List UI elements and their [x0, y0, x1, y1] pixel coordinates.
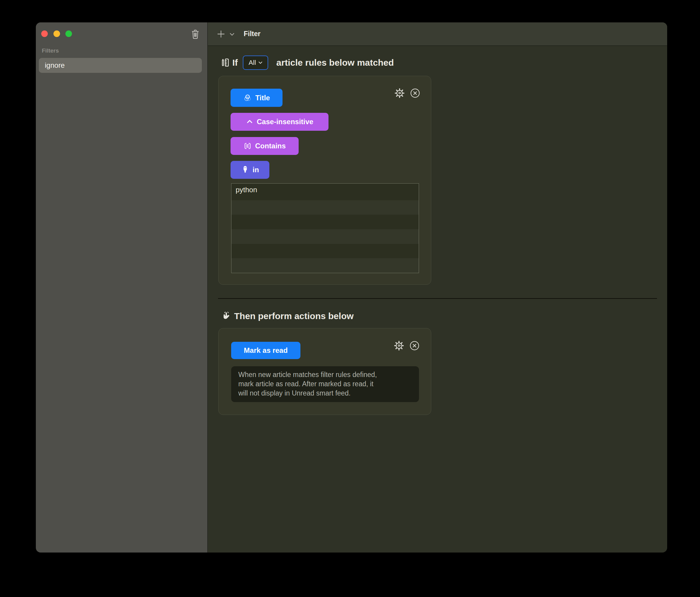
remove-rule-button[interactable] [410, 88, 421, 99]
keyword-row-empty [231, 229, 419, 244]
hand-point-down-icon [241, 166, 249, 174]
add-rule-button[interactable] [216, 29, 226, 39]
field-title-button[interactable]: Title [230, 89, 282, 107]
match-mode-select[interactable]: All [243, 55, 268, 70]
gear-icon [394, 88, 405, 99]
action-description: When new article matches filter rules de… [231, 366, 419, 402]
chevron-down-icon [258, 61, 262, 64]
in-button[interactable]: in [230, 161, 269, 179]
in-label: in [253, 166, 259, 174]
pencil-ruler-icon [220, 57, 230, 68]
filter-editor-pane: Filter If All article [208, 22, 667, 552]
mark-as-read-button[interactable]: Mark as read [231, 342, 300, 359]
contains-label: Contains [255, 142, 286, 150]
trash-icon [190, 28, 201, 40]
gear-icon [394, 340, 404, 351]
add-menu-chevron-down-icon[interactable] [229, 32, 235, 36]
zoom-window-button[interactable] [66, 30, 72, 37]
sidebar-item-ignore[interactable]: ignore [39, 58, 202, 73]
close-window-button[interactable] [41, 30, 48, 37]
minimize-window-button[interactable] [53, 30, 60, 37]
app-window: Filters ignore Filter [36, 22, 667, 552]
section-divider [218, 298, 657, 299]
rule-settings-button[interactable] [394, 88, 405, 99]
keyword-row-empty [231, 200, 419, 215]
pane-title: Filter [244, 22, 260, 45]
plus-icon [216, 29, 226, 39]
venn-circles-icon [243, 94, 252, 102]
action-settings-button[interactable] [394, 340, 404, 351]
case-insensitive-label: Case-insensitive [257, 118, 313, 126]
chevron-up-icon [246, 118, 253, 126]
action-description-line: When new article matches filter rules de… [238, 370, 412, 380]
close-circle-icon [409, 340, 420, 351]
close-circle-icon [410, 88, 421, 99]
case-insensitive-button[interactable]: Case-insensitive [230, 113, 328, 131]
keyword-row-empty [231, 244, 419, 259]
remove-action-button[interactable] [409, 340, 420, 351]
action-description-line: mark article as read. After marked as re… [238, 380, 412, 389]
keyword-row-empty [231, 215, 419, 229]
action-card: Mark as read [218, 328, 431, 415]
delete-filter-button[interactable] [190, 28, 201, 40]
toolbar: Filter [208, 22, 667, 46]
contains-button[interactable]: Contains [230, 137, 299, 155]
sidebar-item-label: ignore [45, 61, 65, 70]
actions-section-header: Then perform actions below [221, 309, 354, 323]
sidebar-section-label: Filters [42, 48, 59, 54]
rules-section-header: If All article rules below matched [220, 55, 394, 70]
mark-as-read-label: Mark as read [244, 346, 288, 355]
keyword-value: python [231, 184, 419, 200]
keyword-row-empty [231, 258, 419, 273]
rule-card: Title [218, 76, 431, 285]
text-scan-icon [243, 142, 252, 150]
field-title-label: Title [255, 94, 270, 102]
action-description-line: will not display in Unread smart feed. [238, 389, 412, 398]
if-label: If [232, 58, 238, 68]
actions-heading: Then perform actions below [234, 311, 354, 321]
match-mode-value: All [249, 59, 256, 67]
rules-heading: article rules below matched [276, 58, 394, 68]
sidebar: Filters ignore [36, 22, 208, 552]
keywords-textarea[interactable]: python [231, 183, 419, 273]
tap-hand-icon [221, 311, 231, 321]
